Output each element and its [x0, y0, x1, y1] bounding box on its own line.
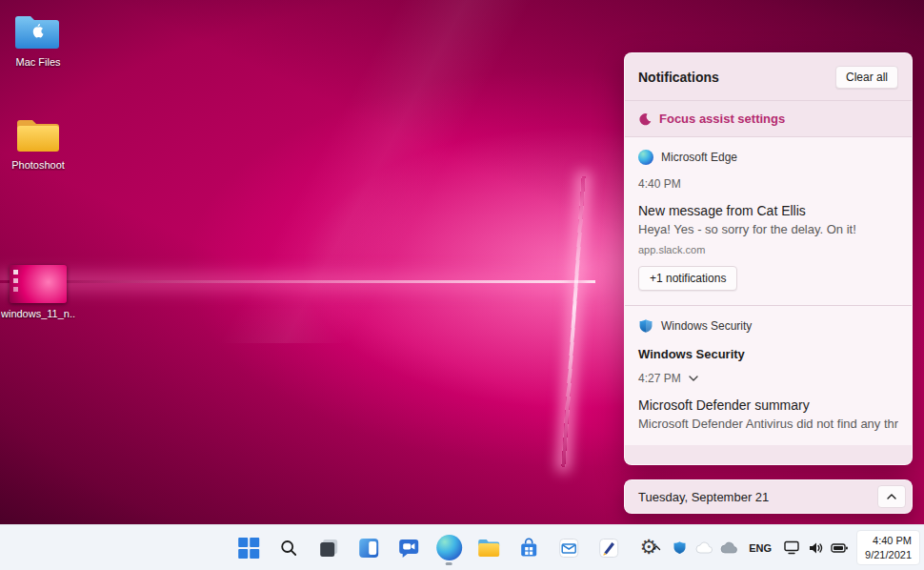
windows-logo-icon: [238, 538, 259, 559]
tray-onedrive-button[interactable]: [692, 531, 716, 565]
folder-icon: [14, 116, 62, 154]
tray-cloud-button[interactable]: [716, 531, 741, 565]
language-indicator[interactable]: ENG: [741, 531, 779, 565]
tray-show-hidden-icons-button[interactable]: [644, 531, 668, 565]
edge-icon: [436, 535, 462, 560]
file-explorer-icon: [477, 538, 500, 558]
desktop-icon-photoshoot[interactable]: Photoshoot: [0, 116, 76, 171]
desktop-icon-mac-files[interactable]: Mac Files: [0, 11, 76, 68]
mac-folder-icon: [13, 11, 63, 51]
notification-app-row: Microsoft Edge: [638, 150, 898, 165]
tray-security-button[interactable]: [668, 531, 692, 565]
task-view-button[interactable]: [310, 529, 348, 567]
volume-icon: [808, 541, 823, 555]
image-thumbnail-icon: [10, 265, 67, 303]
desktop-icon-wallpaper-file[interactable]: windows_11_n...: [0, 265, 76, 319]
edge-icon: [638, 150, 653, 165]
pen-app-button[interactable]: [590, 529, 628, 567]
chevron-up-icon: [651, 542, 662, 554]
security-shield-icon: [673, 540, 687, 555]
focus-assist-settings-link[interactable]: Focus assist settings: [625, 100, 912, 137]
notification-time: 4:40 PM: [638, 177, 898, 191]
desktop-icon-label: windows_11_n...: [1, 308, 75, 319]
notification-body: Heya! Yes - so sorry for the delay. On i…: [638, 222, 898, 236]
teams-chat-icon: [398, 538, 419, 559]
chevron-up-icon: [886, 493, 897, 500]
notification-body: Microsoft Defender Antivirus did not fin…: [638, 417, 898, 431]
battery-icon: [831, 542, 848, 554]
system-tray: ENG: [644, 525, 920, 570]
notification-app-name: Microsoft Edge: [661, 151, 737, 164]
edge-taskbar-button[interactable]: [430, 529, 468, 567]
cloud-icon: [720, 541, 737, 554]
file-explorer-button[interactable]: [470, 529, 508, 567]
microsoft-store-icon: [518, 538, 539, 559]
notification-edge[interactable]: Microsoft Edge 4:40 PM New message from …: [625, 137, 912, 305]
clear-all-button[interactable]: Clear all: [835, 66, 898, 89]
search-icon: [279, 539, 298, 558]
task-view-icon: [318, 538, 339, 559]
current-date-label: Tuesday, September 21: [638, 490, 769, 504]
tray-network-button[interactable]: [779, 531, 803, 565]
search-button[interactable]: [270, 529, 308, 567]
more-notifications-button[interactable]: +1 notifications: [638, 266, 737, 291]
desktop-icon-label: Photoshoot: [11, 159, 65, 171]
onedrive-cloud-icon: [695, 541, 713, 554]
notification-source: app.slack.com: [638, 244, 898, 255]
taskbar-clock[interactable]: 4:40 PM 9/21/2021: [856, 530, 920, 566]
notification-time: 4:27 PM: [638, 372, 681, 385]
widgets-icon: [358, 538, 379, 559]
notification-group-title: Windows Security: [638, 347, 898, 361]
widgets-button[interactable]: [350, 529, 388, 567]
collapse-calendar-button[interactable]: [877, 485, 906, 508]
notifications-header: Notifications Clear all: [625, 53, 912, 100]
clock-time: 4:40 PM: [865, 534, 912, 548]
notifications-title: Notifications: [638, 70, 719, 85]
notification-app-row: Windows Security: [638, 318, 898, 334]
pen-app-icon: [598, 538, 619, 559]
taskbar-center-group: ⚙: [230, 525, 668, 570]
chat-button[interactable]: [390, 529, 428, 567]
focus-assist-label: Focus assist settings: [659, 112, 785, 126]
clock-date: 9/21/2021: [865, 548, 912, 562]
notification-title: New message from Cat Ellis: [638, 203, 898, 218]
calendar-flyout-header: Tuesday, September 21: [624, 479, 913, 514]
notification-app-name: Windows Security: [661, 319, 752, 333]
active-app-indicator: [446, 562, 452, 565]
windows-security-shield-icon: [638, 318, 653, 334]
mail-button[interactable]: [550, 529, 588, 567]
tray-battery-button[interactable]: [827, 531, 852, 565]
focus-assist-moon-icon: [638, 112, 652, 126]
notification-time-expander[interactable]: 4:27 PM: [638, 372, 898, 385]
notification-center: Notifications Clear all Focus assist set…: [624, 52, 913, 465]
network-icon: [784, 540, 799, 555]
taskbar: ⚙: [0, 524, 924, 570]
notification-security[interactable]: Windows Security Windows Security 4:27 P…: [625, 306, 912, 445]
desktop-icon-label: Mac Files: [15, 56, 60, 68]
start-button[interactable]: [230, 529, 268, 567]
chevron-down-icon: [688, 375, 699, 382]
notification-title: Microsoft Defender summary: [638, 397, 898, 413]
mail-icon: [558, 538, 579, 559]
tray-volume-button[interactable]: [803, 531, 827, 565]
store-button[interactable]: [510, 529, 548, 567]
